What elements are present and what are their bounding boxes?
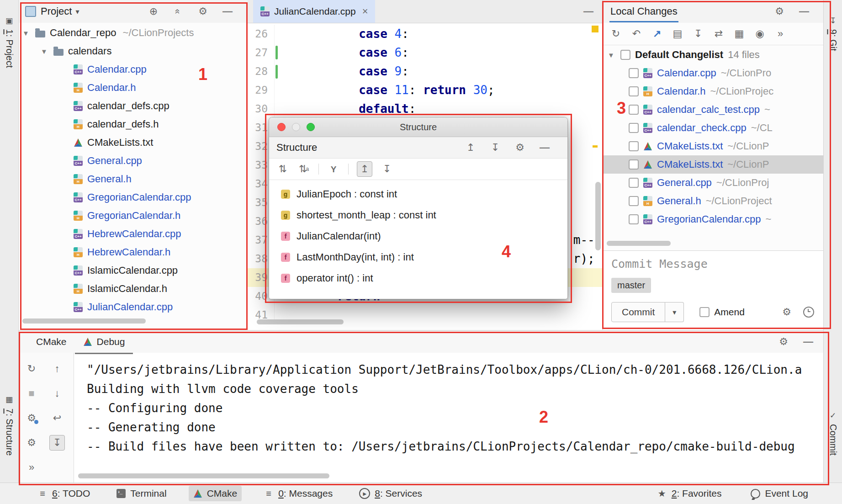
hide-editor-icon[interactable]: — (582, 5, 595, 18)
project-file-row[interactable]: HCalendar.h (19, 79, 248, 97)
scroll-end-icon[interactable]: ↧ (49, 435, 65, 451)
tree-folder-row[interactable]: calendars (19, 42, 248, 60)
stripe-structure-button[interactable]: ▦7: Structure (4, 395, 15, 456)
minimize-icon[interactable]: — (221, 5, 234, 18)
structure-item[interactable]: gJulianEpoch : const int (269, 184, 567, 205)
branch-badge[interactable]: master (611, 278, 651, 293)
structure-item[interactable]: foperator int() : int (269, 268, 567, 289)
project-file-row[interactable]: C++calendar_defs.cpp (19, 97, 248, 115)
tab-debug[interactable]: Debug (75, 331, 133, 354)
checkbox[interactable] (629, 141, 639, 151)
structure-window-titlebar[interactable]: Structure (269, 117, 567, 137)
commit-dropdown-button[interactable]: ▾ (665, 302, 684, 322)
cmake-console[interactable]: "/Users/jetbrains/Library/Application Su… (74, 353, 824, 483)
project-file-row[interactable]: C++Calendar.cpp (19, 60, 248, 79)
checkbox[interactable] (629, 159, 639, 170)
project-file-row[interactable]: C++General.cpp (19, 152, 248, 170)
checkbox[interactable] (629, 105, 639, 115)
expand-arrow-icon[interactable] (41, 48, 49, 55)
chevron-down-icon[interactable]: ▾ (75, 7, 79, 16)
collapse-all-icon[interactable]: « (172, 5, 185, 18)
gear-icon[interactable]: ⚙ (196, 5, 209, 18)
project-file-row[interactable]: HIslamicCalendar.h (19, 280, 248, 298)
checkbox[interactable] (620, 50, 630, 60)
code-line[interactable]: 27 case 6: (248, 43, 602, 62)
expand-arrow-icon[interactable] (608, 51, 616, 59)
changed-file-row[interactable]: HCalendar.h~/CLionProjec (603, 82, 824, 101)
soft-wrap-icon[interactable]: ↩ (51, 412, 64, 424)
stripe-project-button[interactable]: ▣1: Project (4, 16, 15, 68)
refresh-icon[interactable]: ↻ (609, 27, 622, 40)
gear-icon[interactable]: ⚙ (777, 335, 790, 348)
checkbox[interactable] (629, 214, 639, 224)
history-icon[interactable] (803, 307, 814, 318)
group-by-icon[interactable]: ▦ (733, 27, 746, 40)
bar-up-icon[interactable]: ↥ (357, 161, 372, 177)
amend-option[interactable]: Amend (699, 307, 745, 318)
move-icon[interactable]: ⇄ (712, 27, 725, 40)
down-icon[interactable]: ↓ (51, 387, 64, 400)
project-file-row[interactable]: Hcalendar_defs.h (19, 115, 248, 133)
tree-root-row[interactable]: Calendar_repo~/CLionProjects (19, 24, 248, 42)
changed-file-row[interactable]: CMakeLists.txt~/CLionP (603, 155, 824, 174)
checkbox[interactable] (629, 196, 639, 206)
status-item-favorites[interactable]: ★2: Favorites (652, 486, 726, 501)
project-file-row[interactable]: C++JulianCalendar.cpp (19, 298, 248, 316)
changed-file-row[interactable]: C++calendar_check.cpp~/CL (603, 119, 824, 137)
cmake-settings-icon[interactable]: ⚙ (25, 412, 38, 424)
changed-file-row[interactable]: C++Calendar.cpp~/CLionPro (603, 64, 824, 82)
sort-alpha-icon[interactable]: ⇅ (297, 163, 310, 175)
close-window-icon[interactable] (277, 123, 286, 131)
checkbox[interactable] (629, 68, 639, 78)
editor-horizontal-scrollbar[interactable] (257, 319, 344, 324)
expand-arrow-icon[interactable] (22, 29, 31, 37)
minimize-icon[interactable]: — (802, 335, 815, 348)
checkbox[interactable] (629, 86, 639, 96)
rollback-icon[interactable]: ↶ (630, 27, 643, 40)
code-line[interactable]: 28 case 9: (248, 62, 602, 81)
minimize-icon[interactable]: — (798, 5, 810, 18)
project-file-row[interactable]: CMakeLists.txt (19, 133, 248, 152)
up-icon[interactable]: ↑ (51, 362, 64, 375)
editor-tab[interactable]: C++ JulianCalendar.cpp × (253, 0, 375, 23)
local-changes-tab[interactable]: Local Changes (609, 0, 678, 22)
changed-file-row[interactable]: C++calendar_calc_test.cpp~ (603, 101, 824, 119)
status-item-todo[interactable]: ≡6: TODO (33, 486, 95, 501)
update-icon[interactable]: ↧ (692, 27, 704, 40)
minimize-icon[interactable]: — (538, 141, 551, 154)
code-line[interactable]: 26 case 4: (248, 25, 602, 43)
preview-icon[interactable]: ◉ (753, 27, 766, 40)
more-icon[interactable]: » (774, 27, 787, 40)
project-file-row[interactable]: C++GregorianCalendar.cpp (19, 188, 248, 207)
code-line[interactable]: 29 case 11: return 30; (248, 81, 602, 100)
changelist-row[interactable]: Default Changelist14 files (603, 46, 824, 64)
editor-vertical-scrollbar[interactable] (595, 182, 601, 250)
status-item-eventlog[interactable]: Event Log (746, 486, 813, 501)
console-horizontal-scrollbar[interactable] (78, 473, 329, 478)
bar-up-icon[interactable]: ↥ (464, 141, 477, 154)
checkbox[interactable] (629, 178, 639, 188)
structure-item[interactable]: gshortest_month_leap : const int (269, 205, 567, 226)
structure-popup-window[interactable]: Structure Structure ↥↧⚙— ⇅⇅Y↥↧ gJulianEp… (269, 117, 568, 299)
gear-icon[interactable]: ⚙ (780, 306, 793, 318)
more-icon[interactable]: » (25, 461, 38, 474)
status-item-services[interactable]: ▶8: Services (355, 486, 427, 501)
bar-down-icon[interactable]: ↧ (381, 163, 393, 175)
changed-file-row[interactable]: C++GregorianCalendar.cpp~ (603, 210, 824, 228)
gear-icon[interactable]: ⚙ (514, 141, 526, 154)
changes-horizontal-scrollbar[interactable] (607, 241, 671, 246)
project-horizontal-scrollbar[interactable] (22, 318, 146, 324)
close-tab-icon[interactable]: × (362, 5, 368, 17)
code-line[interactable]: 30 default: (248, 100, 602, 118)
project-file-row[interactable]: C++HebrewCalendar.cpp (19, 225, 248, 243)
project-file-row[interactable]: HGeneral.h (19, 170, 248, 188)
tab-cmake[interactable]: CMake (28, 331, 75, 354)
stripe-git-button[interactable]: ↧9: Git (828, 16, 838, 51)
gear-icon[interactable]: ⚙ (773, 5, 786, 18)
sort-icon[interactable]: ⇅ (276, 163, 289, 175)
amend-checkbox[interactable] (699, 307, 710, 317)
locate-icon[interactable]: ⊕ (147, 5, 160, 18)
stripe-commit-button[interactable]: ✓Commit (828, 410, 838, 456)
bar-down-icon[interactable]: ↧ (489, 141, 502, 154)
gear-icon[interactable]: ⚙ (25, 436, 38, 449)
